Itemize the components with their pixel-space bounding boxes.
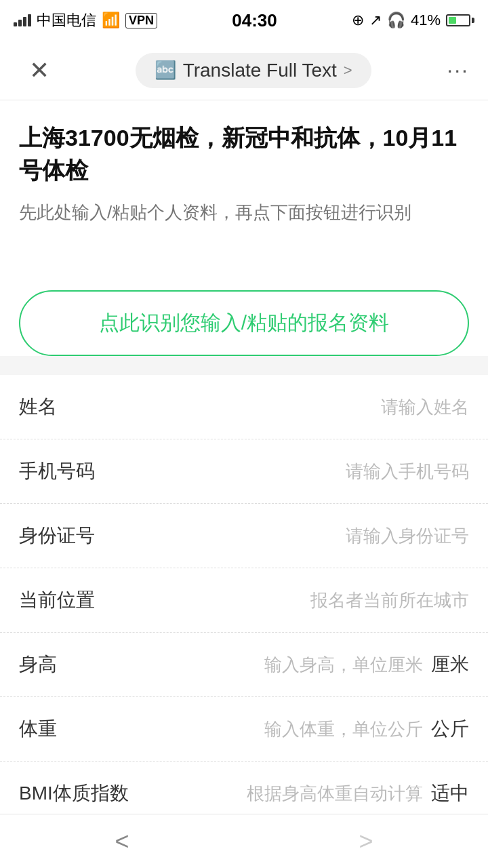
carrier-label: 中国电信 [37,10,96,31]
form-section: 姓名 请输入姓名 手机号码 请输入手机号码 身份证号 请输入身份证号 当前位置 … [0,375,488,826]
height-field-row: 身高 输入身高，单位厘米 厘米 [0,633,488,697]
location-field-row: 当前位置 报名者当前所在城市 [0,568,488,633]
chevron-right-icon: > [344,62,352,79]
nav-bar: ✕ 🔤 Translate Full Text > ··· [0,41,488,100]
vpn-badge: VPN [125,13,157,28]
height-unit: 厘米 [431,652,469,677]
name-field-row: 姓名 请输入姓名 [0,375,488,439]
phone-field-row: 手机号码 请输入手机号码 [0,439,488,504]
back-button[interactable]: < [74,821,169,863]
name-label: 姓名 [19,394,114,420]
status-right: ⊕ ↗ 🎧 41% [352,12,474,29]
more-button[interactable]: ··· [447,58,469,83]
location-icon: ⊕ [352,12,364,29]
main-content: 上海31700无烟检，新冠中和抗体，10月11号体检 点此识别您输入/粘贴的报名… [0,100,488,356]
name-right: 请输入姓名 [381,395,469,419]
id-right: 请输入身份证号 [346,524,469,548]
page-title: 上海31700无烟检，新冠中和抗体，10月11号体检 [19,122,469,186]
weight-field-row: 体重 输入体重，单位公斤 公斤 [0,697,488,762]
close-button[interactable]: ✕ [19,56,60,85]
bmi-right: 根据身高体重自动计算 适中 [247,781,469,806]
bmi-placeholder: 根据身高体重自动计算 [247,782,423,806]
translate-icon: 🔤 [155,60,176,81]
height-label: 身高 [19,652,114,677]
height-placeholder[interactable]: 输入身高，单位厘米 [264,653,423,677]
nav-title-text: Translate Full Text [183,60,337,81]
weight-label: 体重 [19,716,114,742]
bottom-nav: < > [0,814,488,868]
status-bar: 中国电信 📶 VPN 04:30 ⊕ ↗ 🎧 41% [0,0,488,41]
location-label: 当前位置 [19,587,114,613]
translate-button[interactable]: 🔤 Translate Full Text > [136,53,371,88]
height-right: 输入身高，单位厘米 厘米 [264,652,469,677]
direction-icon: ↗ [369,12,382,29]
status-left: 中国电信 📶 VPN [14,10,157,31]
location-right: 报名者当前所在城市 [310,589,469,612]
recognize-button[interactable]: 点此识别您输入/粘贴的报名资料 [19,290,469,356]
bmi-status: 适中 [431,781,469,806]
id-field-row: 身份证号 请输入身份证号 [0,504,488,568]
battery-icon [446,14,474,26]
weight-right: 输入体重，单位公斤 公斤 [264,716,469,742]
name-placeholder[interactable]: 请输入姓名 [381,395,469,419]
forward-button[interactable]: > [318,821,413,863]
battery-percent: 41% [411,12,441,29]
phone-placeholder[interactable]: 请输入手机号码 [346,460,469,484]
bmi-label: BMI体质指数 [19,781,129,806]
location-placeholder[interactable]: 报名者当前所在城市 [310,589,469,612]
id-placeholder[interactable]: 请输入身份证号 [346,524,469,548]
phone-label: 手机号码 [19,458,114,484]
wifi-icon: 📶 [102,12,120,29]
status-time: 04:30 [232,10,277,31]
id-label: 身份证号 [19,523,114,549]
phone-right: 请输入手机号码 [346,460,469,484]
headphone-icon: 🎧 [387,12,405,29]
personal-info-input[interactable] [19,199,469,267]
weight-unit: 公斤 [431,716,469,742]
signal-icon [14,14,31,26]
weight-placeholder[interactable]: 输入体重，单位公斤 [264,717,423,741]
